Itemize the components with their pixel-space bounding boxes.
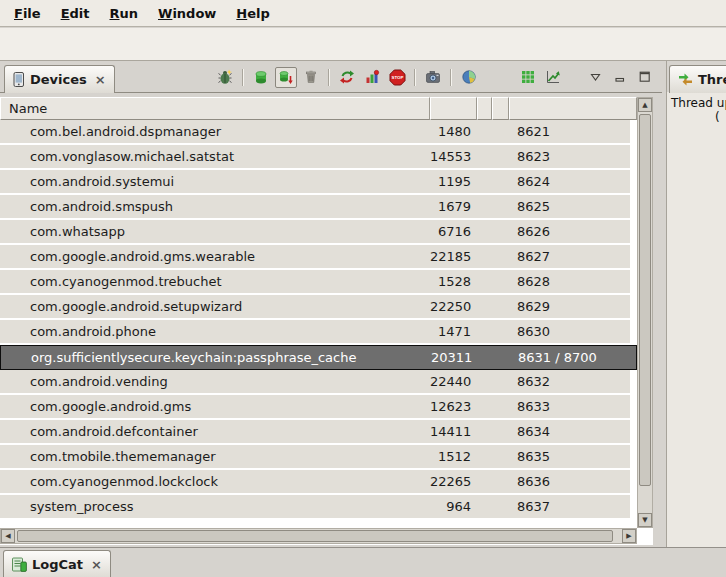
ddms-window: FileEditRunWindowHelp Devices ×	[0, 0, 726, 577]
process-port: 8623	[509, 149, 630, 164]
menu-run[interactable]: Run	[100, 3, 149, 24]
table-row[interactable]: com.android.defcontainer 14411 8634	[0, 420, 630, 443]
start-method-profiling-icon	[364, 69, 380, 85]
table-row[interactable]: com.android.systemui 1195 8624	[0, 170, 630, 193]
threads-message: Thread up (	[667, 92, 726, 547]
column-header-blank[interactable]	[477, 97, 492, 120]
table-row[interactable]: com.cyanogenmod.lockclock 22265 8636	[0, 470, 630, 493]
table-row[interactable]: com.vonglasow.michael.satstat 14553 8623	[0, 145, 630, 168]
start-method-profiling-button[interactable]	[361, 67, 383, 88]
process-pid: 6716	[430, 224, 477, 239]
tab-logcat[interactable]: LogCat ×	[3, 550, 111, 577]
toolbar-separator	[328, 69, 330, 86]
table-row[interactable]: com.bel.android.dspmanager 1480 8621	[0, 120, 630, 143]
process-pid: 14553	[430, 149, 477, 164]
vertical-scroll-thumb[interactable]	[639, 114, 651, 486]
process-pid: 1471	[430, 324, 477, 339]
process-table-body: com.bel.android.dspmanager 1480 8621 com…	[0, 120, 637, 520]
table-row[interactable]: com.cyanogenmod.trebuchet 1528 8628	[0, 270, 630, 293]
table-header: Name	[0, 97, 637, 120]
logcat-icon	[12, 557, 27, 572]
process-port: 8636	[509, 474, 630, 489]
process-pid: 1679	[430, 199, 477, 214]
tab-threads[interactable]: Threads	[669, 65, 726, 93]
process-pid: 1528	[430, 274, 477, 289]
process-pid: 14411	[430, 424, 477, 439]
update-heap-icon	[253, 69, 269, 85]
update-threads-icon	[339, 69, 355, 85]
process-port: 8626	[509, 224, 630, 239]
view-menu-icon	[590, 73, 601, 82]
stop-process-button[interactable]: STOP	[386, 67, 408, 88]
table-row[interactable]: com.google.android.gms.wearable 22185 86…	[0, 245, 630, 268]
process-name: com.bel.android.dspmanager	[0, 124, 430, 139]
devices-toolbar: STOP	[214, 66, 656, 88]
allocation-chart-icon	[545, 69, 561, 85]
process-port: 8632	[509, 374, 630, 389]
process-port: 8628	[509, 274, 630, 289]
process-name: com.whatsapp	[0, 224, 430, 239]
table-row[interactable]: com.whatsapp 6716 8626	[0, 220, 630, 243]
menu-window[interactable]: Window	[148, 3, 226, 24]
process-port: 8630	[509, 324, 630, 339]
scroll-down-button[interactable]: ▼	[638, 513, 652, 527]
debug-icon	[217, 69, 233, 85]
process-name: com.android.defcontainer	[0, 424, 430, 439]
process-port: 8633	[509, 399, 630, 414]
process-pid: 12623	[430, 399, 477, 414]
close-icon[interactable]: ×	[91, 557, 102, 572]
table-row[interactable]: system_process 964 8637	[0, 495, 630, 518]
scroll-up-button[interactable]: ▲	[638, 98, 652, 112]
table-row[interactable]: com.tmobile.thememanager 1512 8635	[0, 445, 630, 468]
menu-bar: FileEditRunWindowHelp	[0, 0, 726, 27]
menu-edit[interactable]: Edit	[51, 3, 100, 24]
scroll-left-button[interactable]: ◀	[1, 529, 15, 543]
view-menu-button[interactable]	[584, 67, 606, 88]
process-pid: 1195	[430, 174, 477, 189]
tab-logcat-label: LogCat	[32, 557, 83, 572]
table-row[interactable]: com.google.android.gms 12623 8633	[0, 395, 630, 418]
maximize-button[interactable]	[634, 67, 656, 88]
cause-gc-button[interactable]	[300, 67, 322, 88]
table-vertical-scrollbar[interactable]: ▲ ▼	[637, 97, 653, 528]
process-port: 8621	[509, 124, 630, 139]
horizontal-scroll-thumb[interactable]	[17, 530, 613, 542]
update-threads-button[interactable]	[336, 67, 358, 88]
table-row[interactable]: com.android.vending 22440 8632	[0, 370, 630, 393]
system-information-icon	[461, 69, 477, 85]
update-heap-button[interactable]	[250, 67, 272, 88]
menu-file[interactable]: File	[4, 3, 51, 24]
table-row[interactable]: com.android.smspush 1679 8625	[0, 195, 630, 218]
scroll-right-button[interactable]: ▶	[622, 529, 636, 543]
menu-help[interactable]: Help	[226, 3, 279, 24]
process-pid: 1512	[430, 449, 477, 464]
table-row[interactable]: com.google.android.setupwizard 22250 862…	[0, 295, 630, 318]
tab-devices[interactable]: Devices ×	[4, 65, 115, 93]
device-icon	[13, 72, 25, 87]
dump-hprof-button[interactable]	[275, 67, 297, 88]
column-header-blank[interactable]	[492, 97, 509, 120]
process-port: 8625	[509, 199, 630, 214]
debug-button[interactable]	[214, 67, 236, 88]
screen-capture-button[interactable]	[422, 67, 444, 88]
table-row[interactable]: org.sufficientlysecure.keychain:passphra…	[0, 345, 637, 370]
process-pid: 964	[430, 499, 477, 514]
process-name: com.google.android.gms.wearable	[0, 249, 430, 264]
close-icon[interactable]: ×	[95, 72, 106, 87]
process-name: com.cyanogenmod.lockclock	[0, 474, 430, 489]
heap-grid-button[interactable]	[517, 67, 539, 88]
allocation-chart-button[interactable]	[542, 67, 564, 88]
tab-devices-label: Devices	[30, 72, 87, 87]
dump-hprof-icon	[278, 69, 294, 85]
main-toolbar	[0, 28, 726, 61]
column-header-name[interactable]: Name	[0, 97, 430, 120]
process-name: com.android.systemui	[0, 174, 430, 189]
maximize-icon	[639, 71, 651, 83]
system-information-button[interactable]	[458, 67, 480, 88]
column-header-port[interactable]	[509, 97, 637, 120]
column-header-pid[interactable]	[430, 97, 477, 120]
process-name: com.tmobile.thememanager	[0, 449, 430, 464]
table-row[interactable]: com.android.phone 1471 8630	[0, 320, 630, 343]
table-horizontal-scrollbar[interactable]: ◀ ▶	[0, 528, 637, 544]
minimize-button[interactable]	[609, 67, 631, 88]
